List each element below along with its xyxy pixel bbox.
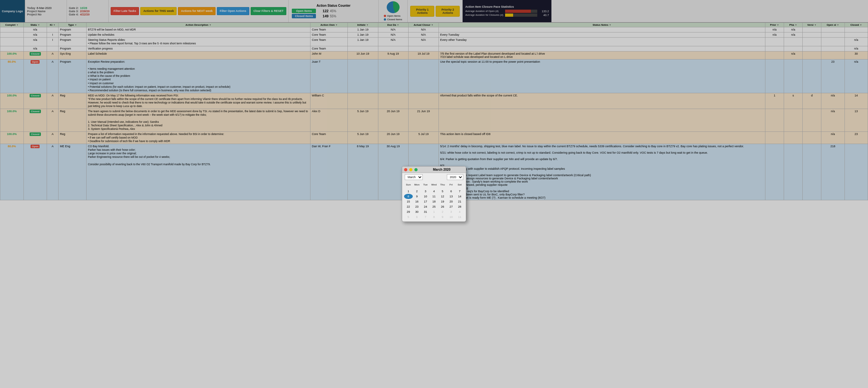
cal-day[interactable]: 30 — [413, 209, 422, 215]
cal-day[interactable]: 21 — [455, 199, 464, 204]
cal-day[interactable]: 8 — [404, 194, 413, 199]
cal-day[interactable]: 4 — [455, 209, 464, 215]
cal-day[interactable]: 2 — [438, 209, 447, 215]
cal-day[interactable]: 3 — [421, 189, 430, 194]
cal-day[interactable]: 19 — [438, 199, 447, 204]
cal-day[interactable]: 4 — [430, 189, 438, 194]
cal-weekday-label: Thu — [438, 183, 447, 187]
cal-day[interactable]: 9 — [438, 215, 447, 220]
cal-day[interactable]: 15 — [404, 199, 413, 204]
cal-day[interactable]: 24 — [421, 204, 430, 209]
cal-min-dot[interactable] — [409, 168, 412, 171]
cal-max-dot[interactable] — [414, 168, 417, 171]
cal-day[interactable]: 28 — [455, 204, 464, 209]
cal-day[interactable]: 22 — [404, 204, 413, 209]
cal-day[interactable]: 13 — [447, 194, 456, 199]
cal-day[interactable]: 16 — [413, 199, 422, 204]
cal-day[interactable]: 11 — [455, 215, 464, 220]
cal-weekday-label: Mon — [413, 183, 422, 187]
cal-weekday-label: Sun — [404, 183, 413, 187]
cal-day[interactable]: 9 — [413, 194, 422, 199]
cal-day[interactable]: 7 — [455, 189, 464, 194]
cal-weekday-label: Tue — [421, 183, 430, 187]
cal-day[interactable]: 8 — [430, 215, 438, 220]
cal-weekday-label: Wed — [430, 183, 438, 187]
cal-weekdays: SunMonTueWedThuFriSat — [404, 183, 464, 187]
cal-weekday-label: Fri — [447, 183, 456, 187]
cal-grid: SunMonTueWedThuFriSat 123456789101112131… — [402, 181, 466, 222]
cal-day[interactable]: 11 — [430, 194, 438, 199]
cal-day[interactable]: 14 — [455, 194, 464, 199]
cal-day[interactable]: 27 — [447, 204, 456, 209]
cal-year-select[interactable]: 2020 — [447, 174, 463, 180]
cal-day[interactable]: 10 — [447, 215, 456, 220]
cal-nav: March 2020 — [402, 173, 466, 181]
cal-day[interactable]: 6 — [413, 215, 422, 220]
cal-day[interactable]: 10 — [421, 194, 430, 199]
cal-day[interactable]: 5 — [438, 189, 447, 194]
cal-day[interactable]: 1 — [404, 189, 413, 194]
cal-titlebar: March 2020 — [402, 166, 466, 173]
cal-day[interactable]: 25 — [430, 204, 438, 209]
cal-weekday-label: Sat — [455, 183, 464, 187]
cal-day[interactable]: 3 — [447, 209, 456, 215]
cal-day[interactable]: 2 — [413, 189, 422, 194]
calendar-overlay[interactable]: March 2020 March 2020 SunMonTueWedThuFri… — [0, 0, 868, 388]
cal-day[interactable]: 12 — [438, 194, 447, 199]
cal-day[interactable]: 1 — [430, 209, 438, 215]
cal-day[interactable]: 23 — [413, 204, 422, 209]
cal-day[interactable]: 31 — [421, 209, 430, 215]
cal-day[interactable]: 6 — [447, 189, 456, 194]
cal-day[interactable]: 26 — [438, 204, 447, 209]
cal-day[interactable]: 5 — [404, 215, 413, 220]
calendar-popup: March 2020 March 2020 SunMonTueWedThuFri… — [402, 166, 466, 222]
cal-day[interactable]: 7 — [421, 215, 430, 220]
cal-day[interactable]: 17 — [421, 199, 430, 204]
cal-month-select[interactable]: March — [405, 174, 423, 180]
cal-day[interactable]: 29 — [404, 209, 413, 215]
cal-day[interactable]: 20 — [447, 199, 456, 204]
cal-close-dot[interactable] — [404, 168, 407, 171]
cal-day[interactable]: 18 — [430, 199, 438, 204]
cal-days[interactable]: 1234567891011121314151617181920212223242… — [404, 187, 464, 220]
